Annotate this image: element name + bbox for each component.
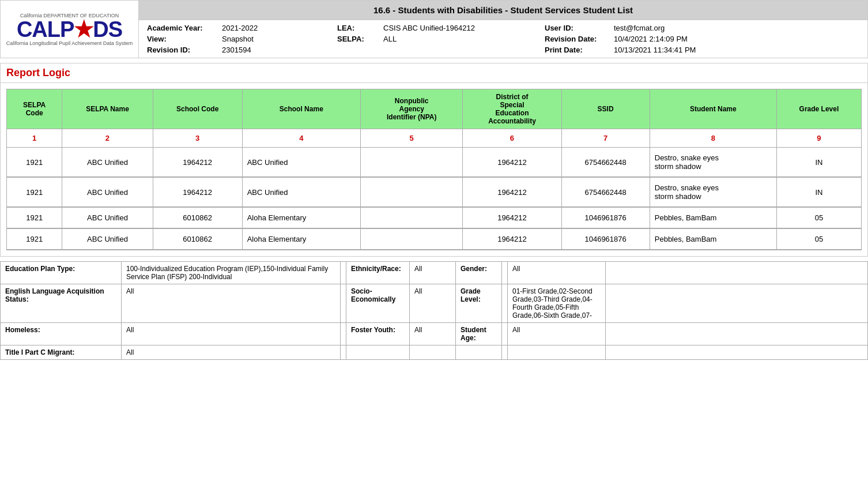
cell-r2-c1: ABC Unified <box>62 207 153 228</box>
col-num-3: 3 <box>153 129 242 148</box>
title-i-value: All <box>122 345 341 359</box>
cell-r1-c4 <box>360 177 463 207</box>
lea-value: CSIS ABC Unified-1964212 <box>381 22 542 33</box>
cell-r3-c2: 6010862 <box>153 228 242 250</box>
col-district-spec-ed: District of Special Education Accountabi… <box>463 89 561 129</box>
cell-r2-c2: 6010862 <box>153 207 242 228</box>
cell-r1-c2: 1964212 <box>153 177 242 207</box>
cell-r1-c8: IN <box>776 177 861 207</box>
lea-label: LEA: <box>335 22 381 33</box>
cell-r2-c4 <box>360 207 463 228</box>
revision-id-label: Revision ID: <box>145 44 220 55</box>
cell-r0-c6: 6754662448 <box>561 148 650 178</box>
cell-r2-c7: Pebbles, BamBam <box>650 207 776 228</box>
cell-r3-c3: Aloha Elementary <box>242 228 360 250</box>
cell-r1-c6: 6754662448 <box>561 177 650 207</box>
col-num-4: 4 <box>242 129 360 148</box>
foster-value: All <box>410 323 456 345</box>
col-npa: Nonpublic Agency Identifier (NPA) <box>360 89 463 129</box>
edu-plan-label: Education Plan Type: <box>1 262 122 284</box>
report-title-area: 16.6 - Students with Disabilities - Stud… <box>139 1 867 58</box>
cell-r1-c1: ABC Unified <box>62 177 153 207</box>
socio-value: All <box>410 284 456 323</box>
col-grade-level: Grade Level <box>776 89 861 129</box>
print-date-value: 10/13/2021 11:34:41 PM <box>612 44 862 55</box>
table-row: 1921ABC Unified1964212ABC Unified1964212… <box>7 148 862 178</box>
user-id-label: User ID: <box>542 22 612 33</box>
logo-text-1: CALP <box>17 17 74 42</box>
revision-date-label: Revision Date: <box>542 33 612 44</box>
cell-r2-c3: Aloha Elementary <box>242 207 360 228</box>
student-age-label: Student Age: <box>456 323 502 345</box>
edu-plan-value: 100-Individualized Education Program (IE… <box>122 262 341 284</box>
socio-label: Socio-Economically <box>346 284 410 323</box>
col-ssid: SSID <box>561 89 650 129</box>
gender-value-spacer <box>606 262 867 284</box>
academic-year-value: 2021-2022 <box>220 22 335 33</box>
english-lang-label: English Language Acquisition Status: <box>1 284 122 323</box>
selpa-value: ALL <box>381 33 542 44</box>
calpads-logo: CALP★DS <box>17 18 122 40</box>
cell-r0-c0: 1921 <box>7 148 62 178</box>
logo-subtitle: California Longitudinal Pupil Achievemen… <box>6 40 133 46</box>
cell-r2-c8: 05 <box>776 207 861 228</box>
gender-label: Gender: <box>456 262 502 284</box>
col-num-6: 6 <box>463 129 561 148</box>
table-header-row: SELPA Code SELPA Name School Code School… <box>7 89 862 129</box>
english-lang-value: All <box>122 284 341 323</box>
col-num-1: 1 <box>7 129 62 148</box>
cell-r3-c7: Pebbles, BamBam <box>650 228 776 250</box>
logo-text-2: DS <box>93 17 122 42</box>
cell-r1-c0: 1921 <box>7 177 62 207</box>
report-logic-section: Report Logic SELPA Code SELPA Name Schoo… <box>0 63 868 257</box>
data-table: SELPA Code SELPA Name School Code School… <box>6 89 862 250</box>
grade-level-filter-label: Grade Level: <box>456 284 502 323</box>
top-header: California DEPARTMENT OF EDUCATION CALP★… <box>0 0 868 58</box>
report-logic-header: Report Logic <box>1 63 867 83</box>
student-age-value: All <box>508 323 606 345</box>
table-row: 1921ABC Unified6010862Aloha Elementary19… <box>7 207 862 228</box>
ethnicity-label: Ethnicity/Race: <box>346 262 410 284</box>
filter-section: Education Plan Type: 100-Individualized … <box>0 261 868 360</box>
col-school-code: School Code <box>153 89 242 129</box>
cell-r0-c1: ABC Unified <box>62 148 153 178</box>
student-age-extra <box>606 323 867 345</box>
homeless-label: Homeless: <box>1 323 122 345</box>
grade-level-filter-value: 01-First Grade,02-Second Grade,03-Third … <box>508 284 606 323</box>
cell-r2-c5: 1964212 <box>463 207 561 228</box>
cell-r0-c7: Destro, snake eyesstorm shadow <box>650 148 776 178</box>
cell-r0-c5: 1964212 <box>463 148 561 178</box>
cell-r3-c1: ABC Unified <box>62 228 153 250</box>
selpa-label: SELPA: <box>335 33 381 44</box>
logo-area: California DEPARTMENT OF EDUCATION CALP★… <box>1 1 139 58</box>
view-label: View: <box>145 33 220 44</box>
table-row: 1921ABC Unified1964212ABC Unified1964212… <box>7 177 862 207</box>
report-logic-title: Report Logic <box>6 67 70 78</box>
gender-value: All <box>508 262 606 284</box>
title-i-label: Title I Part C Migrant: <box>1 345 122 359</box>
foster-label: Foster Youth: <box>346 323 410 345</box>
grade-level-extra <box>606 284 867 323</box>
user-id-value: test@fcmat.org <box>612 22 862 33</box>
cell-r3-c4 <box>360 228 463 250</box>
cell-r3-c8: 05 <box>776 228 861 250</box>
cell-r0-c2: 1964212 <box>153 148 242 178</box>
col-student-name: Student Name <box>650 89 776 129</box>
col-num-7: 7 <box>561 129 650 148</box>
ethnicity-value: All <box>410 262 456 284</box>
col-selpa-code: SELPA Code <box>7 89 62 129</box>
table-row: 1921ABC Unified6010862Aloha Elementary19… <box>7 228 862 250</box>
revision-id-value: 2301594 <box>220 44 335 55</box>
academic-year-label: Academic Year: <box>145 22 220 33</box>
cell-r3-c6: 1046961876 <box>561 228 650 250</box>
cell-r0-c3: ABC Unified <box>242 148 360 178</box>
col-selpa-name: SELPA Name <box>62 89 153 129</box>
logo-star: ★ <box>74 17 93 42</box>
cell-r1-c7: Destro, snake eyesstorm shadow <box>650 177 776 207</box>
cell-r1-c5: 1964212 <box>463 177 561 207</box>
col-num-5: 5 <box>360 129 463 148</box>
cell-r3-c5: 1964212 <box>463 228 561 250</box>
cell-r3-c0: 1921 <box>7 228 62 250</box>
report-title: 16.6 - Students with Disabilities - Stud… <box>139 1 867 20</box>
cell-r1-c3: ABC Unified <box>242 177 360 207</box>
